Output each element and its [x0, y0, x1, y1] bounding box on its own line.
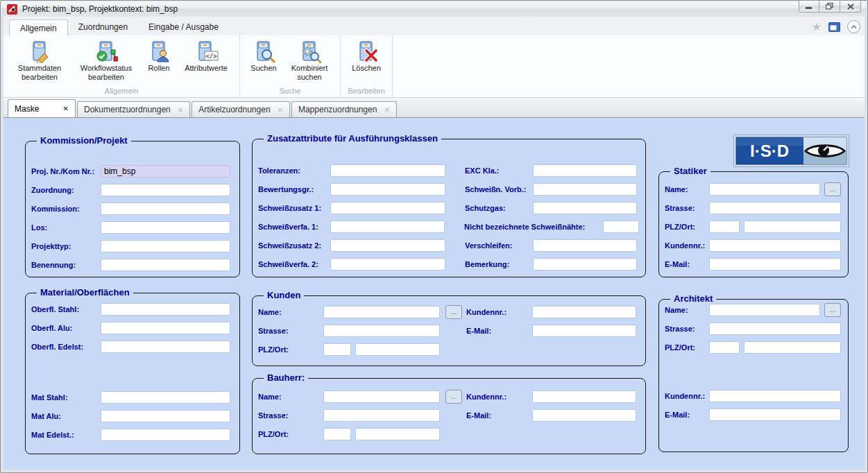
ribbon-tab-eingabe-ausgabe[interactable]: Eingabe / Ausgabe [138, 19, 229, 35]
button-label: Attributwerte [185, 64, 228, 73]
statiker-kundennr-input[interactable] [709, 239, 841, 252]
button-label: Suchen [250, 64, 276, 73]
toolbar-group-allgemein: Stammdaten bearbeiten Workflowstatus bea… [3, 35, 240, 97]
tab-mappenzuordnungen[interactable]: Mappenzuordnungen ✕ [291, 101, 397, 117]
architekt-name-browse-button[interactable]: ... [824, 303, 841, 317]
section-kommission-projekt: Kommission/Projekt Proj. Nr./Kom Nr.: Zu… [25, 141, 240, 277]
schweissverfa2-input[interactable] [330, 258, 445, 270]
kunden-plz-input[interactable] [323, 343, 351, 356]
loeschen-button[interactable]: Löschen [346, 39, 386, 74]
bemerkung-input[interactable] [533, 258, 637, 270]
los-input[interactable] [101, 221, 230, 234]
architekt-email-input[interactable] [709, 409, 841, 421]
bewertungsgr-input[interactable] [330, 183, 445, 196]
kunden-strasse-input[interactable] [323, 325, 440, 337]
button-label: Rollen [148, 64, 169, 73]
field-label: Strasse: [665, 325, 709, 333]
bauherr-strasse-input[interactable] [323, 409, 440, 422]
architekt-name-input[interactable] [709, 304, 820, 316]
minimize-button[interactable] [799, 1, 819, 12]
rollen-button[interactable]: Rollen [142, 39, 176, 74]
field-label: Zuordnung: [31, 186, 101, 194]
collapse-ribbon-button[interactable] [847, 20, 860, 33]
field-label: Oberfl. Stahl: [31, 305, 101, 313]
statiker-ort-input[interactable] [744, 221, 841, 233]
tab-close-icon[interactable]: ✕ [278, 106, 283, 114]
tab-maske[interactable]: Maske ✕ [8, 99, 76, 117]
workflowstatus-bearbeiten-button[interactable]: Workflowstatus bearbeiten [73, 39, 139, 83]
kunden-name-browse-button[interactable]: ... [445, 305, 462, 319]
schweissn-vorb-input[interactable] [533, 183, 637, 196]
field-label: Schweißverfa. 2: [258, 260, 330, 268]
oberfl-edelst-input[interactable] [101, 341, 230, 353]
field-label: Projekttyp: [31, 242, 101, 250]
architekt-plz-input[interactable] [709, 341, 740, 354]
architekt-strasse-input[interactable] [709, 322, 841, 335]
architekt-kundennr-input[interactable] [709, 390, 841, 402]
statiker-name-browse-button[interactable]: ... [824, 182, 841, 196]
bauherr-kundennr-input[interactable] [532, 390, 636, 403]
database-search-icon [252, 40, 275, 63]
field-label: Proj. Nr./Kom Nr.: [31, 167, 101, 175]
field-label: Oberfl. Edelst: [31, 343, 101, 351]
favorite-star-icon[interactable]: ★ [812, 22, 822, 33]
field-label: Verschleifen: [465, 241, 533, 250]
tab-dokumentzuordnungen[interactable]: Dokumentzuordnungen ✕ [77, 101, 190, 117]
bauherr-ort-input[interactable] [355, 428, 440, 440]
mat-stahl-input[interactable] [101, 391, 230, 404]
kunden-name-input[interactable] [323, 306, 440, 318]
ribbon-tab-allgemein[interactable]: Allgemein [9, 19, 68, 36]
projekttyp-input[interactable] [101, 240, 230, 252]
schutzgas-input[interactable] [533, 202, 637, 214]
tab-close-icon[interactable]: ✕ [384, 106, 389, 114]
toleranzen-input[interactable] [330, 164, 445, 177]
close-icon [847, 3, 854, 10]
kunden-ort-input[interactable] [355, 343, 440, 356]
tab-label: Artikelzuordnungen [198, 105, 270, 114]
bauherr-plz-input[interactable] [323, 428, 351, 440]
benennung-input[interactable] [101, 259, 230, 271]
oberfl-alu-input[interactable] [101, 322, 230, 334]
toolbar-group-suche: Suchen Kombiniert suchen Suche [240, 35, 341, 97]
oberfl-stahl-input[interactable] [101, 303, 230, 316]
field-label: Name: [665, 306, 709, 314]
tab-close-icon[interactable]: ✕ [178, 106, 183, 114]
form-area: I·S·D Kommission/Projekt Proj. Nr./Kom N… [3, 118, 865, 470]
kommission-input[interactable] [101, 203, 230, 215]
panel-icon[interactable] [828, 22, 840, 32]
verschleifen-input[interactable] [533, 239, 637, 252]
minimize-icon [806, 3, 812, 9]
kunden-email-input[interactable] [532, 325, 636, 337]
zuordnung-input[interactable] [101, 184, 230, 196]
stammdaten-bearbeiten-button[interactable]: Stammdaten bearbeiten [9, 39, 70, 83]
ribbon-tab-zuordnungen[interactable]: Zuordnungen [68, 19, 138, 35]
nicht-bezeichnete-input[interactable] [603, 221, 639, 233]
statiker-strasse-input[interactable] [709, 202, 841, 214]
field-label: Bemerkung: [465, 260, 533, 268]
button-label: Löschen [352, 64, 381, 73]
bauherr-name-browse-button[interactable]: ... [445, 390, 462, 404]
bauherr-email-input[interactable] [532, 409, 636, 422]
schweisszusatz2-input[interactable] [330, 239, 445, 252]
schweissverfa1-input[interactable] [330, 221, 445, 233]
field-label: E-Mail: [665, 260, 709, 268]
suchen-button[interactable]: Suchen [246, 39, 282, 74]
kunden-kundennr-input[interactable] [532, 306, 636, 318]
statiker-name-input[interactable] [709, 183, 820, 196]
statiker-plz-input[interactable] [709, 221, 740, 233]
bauherr-name-input[interactable] [323, 390, 440, 403]
mat-alu-input[interactable] [101, 410, 230, 422]
database-workflow-status-icon [94, 40, 118, 63]
statiker-email-input[interactable] [709, 258, 841, 270]
exc-kla-input[interactable] [533, 164, 637, 177]
tab-artikelzuordnungen[interactable]: Artikelzuordnungen ✕ [192, 101, 290, 117]
close-button[interactable] [840, 1, 861, 12]
restore-button[interactable] [819, 1, 840, 12]
mat-edelst-input[interactable] [101, 429, 230, 441]
tab-close-icon[interactable]: ✕ [63, 105, 69, 112]
proj-nr-input[interactable] [101, 165, 230, 178]
kombiniert-suchen-button[interactable]: Kombiniert suchen [284, 39, 334, 83]
attributwerte-button[interactable]: </> Attributwerte [178, 39, 234, 74]
schweisszusatz1-input[interactable] [330, 202, 445, 214]
architekt-ort-input[interactable] [744, 341, 841, 354]
